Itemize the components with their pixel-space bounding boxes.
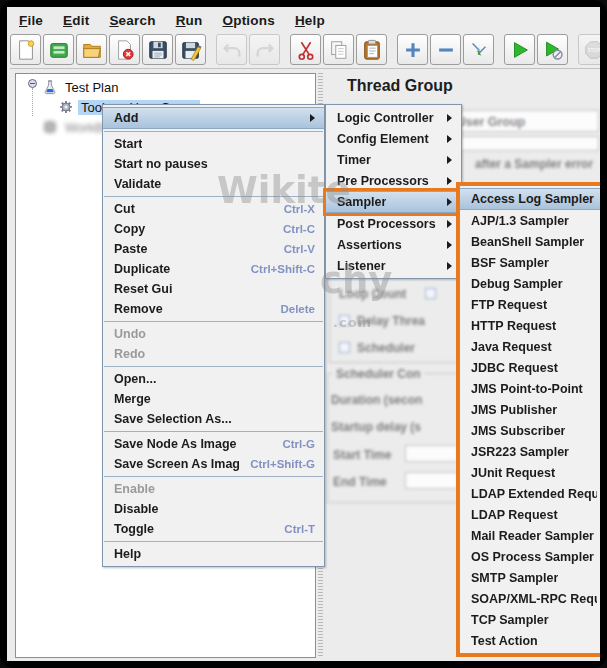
add-item-assertions[interactable]: Assertions [326,234,461,255]
start-icon [509,39,531,61]
new-file-button[interactable] [10,34,41,65]
end-time-field[interactable] [405,472,459,489]
menu-item-shortcut: Ctrl-G [272,438,315,450]
add-item-timer[interactable]: Timer [326,149,461,170]
copy-button[interactable] [323,34,354,65]
sampler-item-java-request[interactable]: Java Request [460,336,600,357]
menu-item-label: Timer [337,153,371,167]
sampler-item-os-process-sampler[interactable]: OS Process Sampler [460,546,600,567]
menu-item-label: Toggle [114,522,154,536]
sampler-item-soap-xml-rpc-request[interactable]: SOAP/XML-RPC Request [460,588,600,609]
menu-item-label: Disable [114,502,158,516]
menu-item-toggle[interactable]: ToggleCtrl-T [103,519,324,539]
menu-item-enable[interactable]: Enable [103,479,324,499]
menu-item-help[interactable]: Help [103,544,324,564]
sampler-item-bsf-sampler[interactable]: BSF Sampler [460,252,600,273]
sampler-item-access-log-sampler[interactable]: Access Log Sampler [460,188,600,210]
menu-item-start-no-pauses[interactable]: Start no pauses [103,154,324,174]
add-item-logic-controller[interactable]: Logic Controller [326,107,461,128]
undo-button[interactable] [216,34,247,65]
menu-item-label: Java Request [471,340,552,354]
save-as-button[interactable] [175,34,206,65]
sampler-item-jms-subscriber[interactable]: JMS Subscriber [460,420,600,441]
add-item-sampler[interactable]: Sampler [326,191,461,213]
menu-item-cut[interactable]: CutCtrl-X [103,199,324,219]
scheduler-checkbox[interactable] [339,342,350,353]
paste-button[interactable] [356,34,387,65]
sampler-item-ftp-request[interactable]: FTP Request [460,294,600,315]
menu-item-merge[interactable]: Merge [103,389,324,409]
stop-button[interactable]: STOP [578,34,600,65]
tree-item-test-plan[interactable]: Test Plan [42,78,121,96]
sampler-item-debug-sampler[interactable]: Debug Sampler [460,273,600,294]
undo-icon [221,39,243,61]
sampler-item-junit-request[interactable]: JUnit Request [460,462,600,483]
menu-item-label: Cut [114,202,135,216]
remove-element-button[interactable] [430,34,461,65]
menubar-item-run[interactable]: Run [166,11,213,30]
menu-item-save-node-as-image[interactable]: Save Node As ImageCtrl-G [103,434,324,454]
sampler-item-jdbc-request[interactable]: JDBC Request [460,357,600,378]
menu-item-save-selection-as[interactable]: Save Selection As... [103,409,324,429]
cut-button[interactable] [290,34,321,65]
add-submenu: Logic ControllerConfig ElementTimerPre P… [325,104,462,279]
close-file-button[interactable] [109,34,140,65]
sampler-item-tcp-sampler[interactable]: TCP Sampler [460,609,600,630]
menubar-item-options[interactable]: Options [213,11,285,30]
toggle-arrows-button[interactable] [463,34,494,65]
tree-item-label: Test Plan [62,80,121,95]
menu-item-copy[interactable]: CopyCtrl-C [103,219,324,239]
start-time-field[interactable] [405,445,459,462]
start-no-pauses-button[interactable] [537,34,568,65]
sampler-item-jms-point-to-point[interactable]: JMS Point-to-Point [460,378,600,399]
menu-item-remove[interactable]: RemoveDelete [103,299,324,319]
menu-item-start[interactable]: Start [103,134,324,154]
menu-item-save-screen-as-image[interactable]: Save Screen As ImageCtrl+Shift-G [103,454,324,474]
sampler-item-beanshell-sampler[interactable]: BeanShell Sampler [460,231,600,252]
delay-thread-checkbox[interactable] [339,315,350,326]
sampler-item-ajp-1-3-sampler[interactable]: AJP/1.3 Sampler [460,210,600,231]
menu-item-add[interactable]: Add [103,107,324,129]
menu-item-duplicate[interactable]: DuplicateCtrl+Shift-C [103,259,324,279]
menu-item-open[interactable]: Open... [103,369,324,389]
menu-item-reset-gui[interactable]: Reset Gui [103,279,324,299]
menu-item-disable[interactable]: Disable [103,499,324,519]
menubar-item-help[interactable]: Help [285,11,335,30]
add-item-listener[interactable]: Listener [326,255,461,276]
sampler-item-mail-reader-sampler[interactable]: Mail Reader Sampler [460,525,600,546]
menu-item-label: Paste [114,242,147,256]
menubar-item-edit[interactable]: Edit [53,11,99,30]
new-file-icon [15,39,37,61]
sampler-item-jms-publisher[interactable]: JMS Publisher [460,399,600,420]
add-item-pre-processors[interactable]: Pre Processors [326,170,461,191]
menubar-item-file[interactable]: File [9,11,53,30]
open-folder-button[interactable] [76,34,107,65]
menu-item-redo[interactable]: Redo [103,344,324,364]
submenu-arrow-icon [447,177,452,185]
menu-item-undo[interactable]: Undo [103,324,324,344]
add-element-button[interactable] [397,34,428,65]
loop-forever-checkbox[interactable] [425,288,436,299]
menu-item-validate[interactable]: Validate [103,174,324,194]
menu-item-label: Save Screen As Image [114,457,240,471]
menu-item-label: Help [114,547,141,561]
sampler-item-jsr223-sampler[interactable]: JSR223 Sampler [460,441,600,462]
tree-expander[interactable] [28,79,37,88]
menubar-item-search[interactable]: Search [99,11,165,30]
menu-item-paste[interactable]: PasteCtrl-V [103,239,324,259]
add-item-config-element[interactable]: Config Element [326,128,461,149]
redo-button[interactable] [249,34,280,65]
add-element-icon [402,39,424,61]
add-item-post-processors[interactable]: Post Processors [326,213,461,234]
sampler-item-http-request[interactable]: HTTP Request [460,315,600,336]
context-menu: AddStartStart no pausesValidateCutCtrl-X… [102,104,325,567]
sampler-item-smtp-sampler[interactable]: SMTP Sampler [460,567,600,588]
sampler-item-ldap-request[interactable]: LDAP Request [460,504,600,525]
save-button[interactable] [142,34,173,65]
open-templates-button[interactable] [43,34,74,65]
start-time-label: Start Time [333,448,391,462]
menu-item-label: Post Processors [337,217,436,231]
sampler-item-ldap-extended-request[interactable]: LDAP Extended Request [460,483,600,504]
sampler-item-test-action[interactable]: Test Action [460,630,600,651]
start-button[interactable] [504,34,535,65]
